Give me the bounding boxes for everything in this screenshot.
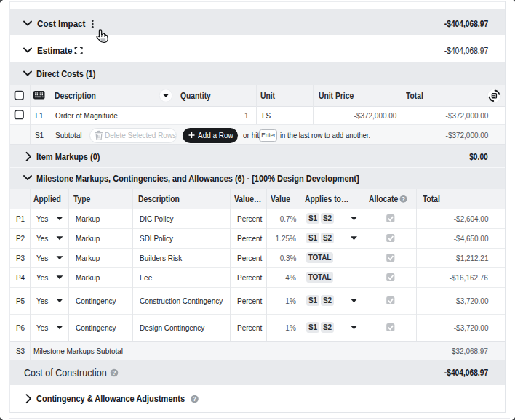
- svg-text:?: ?: [193, 396, 196, 403]
- svg-text:?: ?: [112, 370, 116, 376]
- svg-text:?: ?: [402, 196, 405, 203]
